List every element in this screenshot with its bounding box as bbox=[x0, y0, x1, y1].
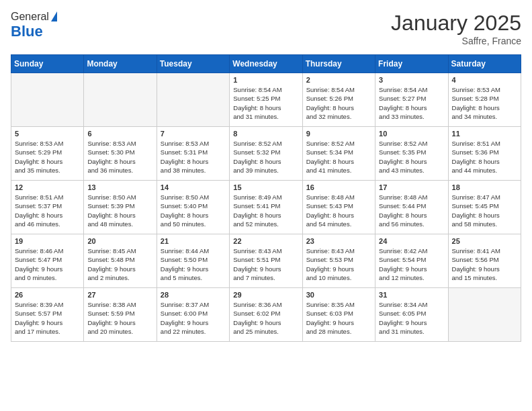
day-number: 18 bbox=[452, 183, 517, 191]
calendar-cell: 3Sunrise: 8:54 AM Sunset: 5:27 PM Daylig… bbox=[375, 73, 448, 127]
day-info: Sunrise: 8:48 AM Sunset: 5:44 PM Dayligh… bbox=[379, 193, 444, 228]
calendar-week-row: 26Sunrise: 8:39 AM Sunset: 5:57 PM Dayli… bbox=[11, 288, 521, 342]
day-number: 25 bbox=[452, 237, 517, 245]
calendar-cell: 19Sunrise: 8:46 AM Sunset: 5:47 PM Dayli… bbox=[11, 234, 84, 288]
day-info: Sunrise: 8:45 AM Sunset: 5:48 PM Dayligh… bbox=[87, 246, 152, 282]
calendar-cell: 18Sunrise: 8:47 AM Sunset: 5:45 PM Dayli… bbox=[448, 181, 521, 234]
calendar-cell: 6Sunrise: 8:53 AM Sunset: 5:30 PM Daylig… bbox=[84, 127, 157, 181]
day-info: Sunrise: 8:47 AM Sunset: 5:45 PM Dayligh… bbox=[452, 193, 517, 228]
weekday-header-saturday: Saturday bbox=[448, 55, 521, 73]
calendar-cell: 15Sunrise: 8:49 AM Sunset: 5:41 PM Dayli… bbox=[230, 181, 302, 234]
day-number: 10 bbox=[379, 130, 444, 138]
day-info: Sunrise: 8:48 AM Sunset: 5:43 PM Dayligh… bbox=[306, 193, 371, 228]
calendar-cell: 1Sunrise: 8:54 AM Sunset: 5:25 PM Daylig… bbox=[230, 73, 302, 127]
weekday-header-friday: Friday bbox=[375, 55, 448, 73]
calendar-week-row: 12Sunrise: 8:51 AM Sunset: 5:37 PM Dayli… bbox=[11, 181, 521, 234]
calendar-cell: 25Sunrise: 8:41 AM Sunset: 5:56 PM Dayli… bbox=[448, 234, 521, 288]
calendar-cell bbox=[84, 73, 157, 127]
day-info: Sunrise: 8:43 AM Sunset: 5:51 PM Dayligh… bbox=[233, 246, 298, 282]
day-number: 4 bbox=[452, 76, 517, 84]
day-number: 17 bbox=[379, 183, 444, 191]
weekday-header-monday: Monday bbox=[84, 55, 157, 73]
day-number: 29 bbox=[233, 291, 298, 299]
calendar-cell: 14Sunrise: 8:50 AM Sunset: 5:40 PM Dayli… bbox=[157, 181, 229, 234]
day-number: 27 bbox=[87, 291, 152, 299]
day-number: 2 bbox=[306, 76, 371, 84]
calendar-week-row: 19Sunrise: 8:46 AM Sunset: 5:47 PM Dayli… bbox=[11, 234, 521, 288]
day-number: 19 bbox=[15, 237, 80, 245]
day-info: Sunrise: 8:54 AM Sunset: 5:26 PM Dayligh… bbox=[306, 85, 371, 121]
day-info: Sunrise: 8:44 AM Sunset: 5:50 PM Dayligh… bbox=[161, 246, 226, 282]
calendar-cell: 11Sunrise: 8:51 AM Sunset: 5:36 PM Dayli… bbox=[448, 127, 521, 181]
day-number: 16 bbox=[306, 183, 371, 191]
calendar-cell: 23Sunrise: 8:43 AM Sunset: 5:53 PM Dayli… bbox=[302, 234, 375, 288]
day-info: Sunrise: 8:53 AM Sunset: 5:30 PM Dayligh… bbox=[87, 139, 152, 175]
day-info: Sunrise: 8:35 AM Sunset: 6:03 PM Dayligh… bbox=[306, 300, 371, 336]
day-info: Sunrise: 8:50 AM Sunset: 5:40 PM Dayligh… bbox=[161, 193, 226, 228]
day-number: 21 bbox=[161, 237, 226, 245]
logo-blue-text: Blue bbox=[11, 23, 43, 40]
day-info: Sunrise: 8:37 AM Sunset: 6:00 PM Dayligh… bbox=[161, 300, 226, 336]
day-info: Sunrise: 8:52 AM Sunset: 5:34 PM Dayligh… bbox=[306, 139, 371, 175]
weekday-header-thursday: Thursday bbox=[302, 55, 375, 73]
calendar-cell: 24Sunrise: 8:42 AM Sunset: 5:54 PM Dayli… bbox=[375, 234, 448, 288]
title-area: January 2025 Saffre, France bbox=[391, 11, 521, 46]
calendar-cell: 21Sunrise: 8:44 AM Sunset: 5:50 PM Dayli… bbox=[157, 234, 229, 288]
day-info: Sunrise: 8:43 AM Sunset: 5:53 PM Dayligh… bbox=[306, 246, 371, 282]
day-number: 26 bbox=[15, 291, 80, 299]
day-number: 5 bbox=[15, 130, 80, 138]
calendar-cell: 5Sunrise: 8:53 AM Sunset: 5:29 PM Daylig… bbox=[11, 127, 84, 181]
day-info: Sunrise: 8:54 AM Sunset: 5:27 PM Dayligh… bbox=[379, 85, 444, 121]
month-title: January 2025 bbox=[391, 11, 521, 36]
day-number: 30 bbox=[306, 291, 371, 299]
day-info: Sunrise: 8:50 AM Sunset: 5:39 PM Dayligh… bbox=[87, 193, 152, 228]
day-number: 20 bbox=[87, 237, 152, 245]
day-info: Sunrise: 8:51 AM Sunset: 5:37 PM Dayligh… bbox=[15, 193, 80, 228]
day-info: Sunrise: 8:38 AM Sunset: 5:59 PM Dayligh… bbox=[87, 300, 152, 336]
day-info: Sunrise: 8:53 AM Sunset: 5:28 PM Dayligh… bbox=[452, 85, 517, 121]
day-info: Sunrise: 8:52 AM Sunset: 5:35 PM Dayligh… bbox=[379, 139, 444, 175]
day-info: Sunrise: 8:39 AM Sunset: 5:57 PM Dayligh… bbox=[15, 300, 80, 336]
calendar-cell: 7Sunrise: 8:53 AM Sunset: 5:31 PM Daylig… bbox=[157, 127, 229, 181]
calendar-cell: 17Sunrise: 8:48 AM Sunset: 5:44 PM Dayli… bbox=[375, 181, 448, 234]
day-info: Sunrise: 8:46 AM Sunset: 5:47 PM Dayligh… bbox=[15, 246, 80, 282]
logo: General Blue bbox=[11, 11, 57, 40]
calendar-cell bbox=[11, 73, 84, 127]
day-number: 31 bbox=[379, 291, 444, 299]
day-number: 13 bbox=[87, 183, 152, 191]
calendar-week-row: 5Sunrise: 8:53 AM Sunset: 5:29 PM Daylig… bbox=[11, 127, 521, 181]
calendar-table: SundayMondayTuesdayWednesdayThursdayFrid… bbox=[11, 54, 521, 342]
calendar-cell: 30Sunrise: 8:35 AM Sunset: 6:03 PM Dayli… bbox=[302, 288, 375, 342]
day-info: Sunrise: 8:41 AM Sunset: 5:56 PM Dayligh… bbox=[452, 246, 517, 282]
day-number: 23 bbox=[306, 237, 371, 245]
day-number: 9 bbox=[306, 130, 371, 138]
day-number: 11 bbox=[452, 130, 517, 138]
calendar-cell: 13Sunrise: 8:50 AM Sunset: 5:39 PM Dayli… bbox=[84, 181, 157, 234]
page-header: General Blue January 2025 Saffre, France bbox=[11, 11, 521, 46]
day-number: 7 bbox=[161, 130, 226, 138]
calendar-cell: 28Sunrise: 8:37 AM Sunset: 6:00 PM Dayli… bbox=[157, 288, 229, 342]
calendar-cell: 4Sunrise: 8:53 AM Sunset: 5:28 PM Daylig… bbox=[448, 73, 521, 127]
calendar-cell: 12Sunrise: 8:51 AM Sunset: 5:37 PM Dayli… bbox=[11, 181, 84, 234]
day-info: Sunrise: 8:51 AM Sunset: 5:36 PM Dayligh… bbox=[452, 139, 517, 175]
day-info: Sunrise: 8:42 AM Sunset: 5:54 PM Dayligh… bbox=[379, 246, 444, 282]
calendar-cell: 10Sunrise: 8:52 AM Sunset: 5:35 PM Dayli… bbox=[375, 127, 448, 181]
day-number: 3 bbox=[379, 76, 444, 84]
day-info: Sunrise: 8:54 AM Sunset: 5:25 PM Dayligh… bbox=[233, 85, 298, 121]
calendar-week-row: 1Sunrise: 8:54 AM Sunset: 5:25 PM Daylig… bbox=[11, 73, 521, 127]
day-info: Sunrise: 8:53 AM Sunset: 5:31 PM Dayligh… bbox=[161, 139, 226, 175]
day-number: 12 bbox=[15, 183, 80, 191]
logo-general-text: General bbox=[11, 11, 49, 23]
day-number: 8 bbox=[233, 130, 298, 138]
day-number: 6 bbox=[87, 130, 152, 138]
day-number: 24 bbox=[379, 237, 444, 245]
calendar-cell: 31Sunrise: 8:34 AM Sunset: 6:05 PM Dayli… bbox=[375, 288, 448, 342]
day-number: 15 bbox=[233, 183, 298, 191]
calendar-cell: 27Sunrise: 8:38 AM Sunset: 5:59 PM Dayli… bbox=[84, 288, 157, 342]
day-info: Sunrise: 8:52 AM Sunset: 5:32 PM Dayligh… bbox=[233, 139, 298, 175]
day-number: 14 bbox=[161, 183, 226, 191]
calendar-cell: 26Sunrise: 8:39 AM Sunset: 5:57 PM Dayli… bbox=[11, 288, 84, 342]
weekday-header-wednesday: Wednesday bbox=[230, 55, 302, 73]
location-label: Saffre, France bbox=[391, 36, 521, 46]
day-info: Sunrise: 8:34 AM Sunset: 6:05 PM Dayligh… bbox=[379, 300, 444, 336]
